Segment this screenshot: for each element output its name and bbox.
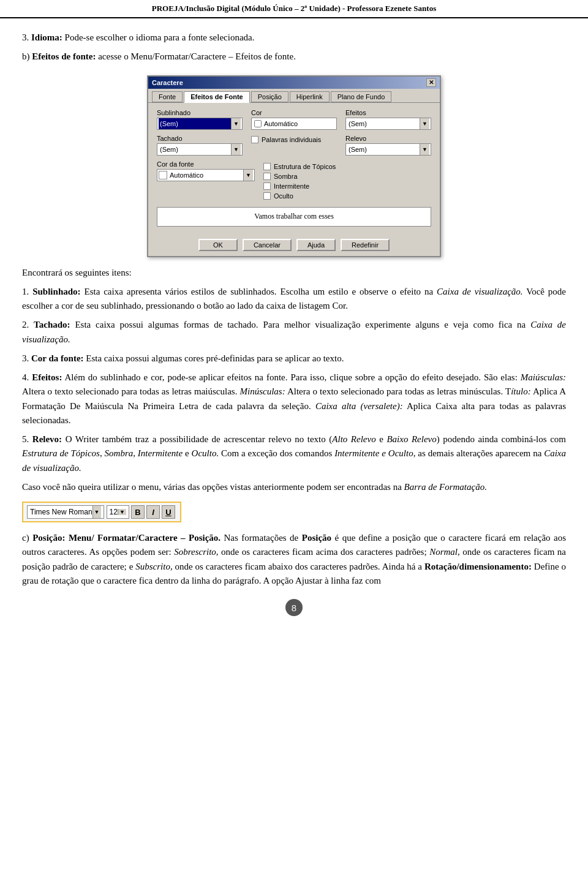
- section-3-idioma: 3. Idioma: Pode-se escolher o idioma par…: [22, 31, 566, 45]
- checkbox-oculto: Oculto: [263, 192, 431, 200]
- checkboxes-col: Estrutura de Tópicos Sombra Intermitente: [263, 160, 431, 202]
- italic-button[interactable]: I: [146, 505, 160, 519]
- palavras-col: Palavras individuais: [251, 135, 337, 156]
- dialog-tabs: Fonte Efeitos de Fonte Posição Hiperlink…: [148, 89, 440, 103]
- encontrara-text: Encontrará os seguintes itens:: [22, 266, 566, 280]
- caixa-visualizacao-2: Caixa de visualização.: [22, 320, 566, 344]
- ajuda-button[interactable]: Ajuda: [296, 239, 336, 251]
- sublinhado-label: Sublinhado: [157, 109, 243, 116]
- cor-fonte-select[interactable]: Automático ▼: [157, 169, 255, 181]
- toolbar-fontname-arrow[interactable]: ▼: [92, 506, 101, 518]
- cor-fonte-arrow[interactable]: ▼: [243, 170, 253, 181]
- posicao-bold: Posição: Menu/ Formatar/Caractere – Posi…: [32, 533, 221, 543]
- checkbox-estrutura: Estrutura de Tópicos: [263, 163, 431, 170]
- tachado-value: (Sem): [159, 146, 231, 153]
- checkbox-estrutura-box[interactable]: [263, 163, 271, 170]
- bold-button[interactable]: B: [131, 505, 145, 519]
- efeitos-maiusculas: Maiúsculas:: [521, 372, 566, 382]
- dialog-close-button[interactable]: ✕: [426, 78, 436, 87]
- cancelar-button[interactable]: Cancelar: [243, 239, 292, 251]
- toolbar-image: Times New Roman ▼ 12 ▼ B I U: [22, 502, 181, 522]
- efeitos-titulo: ítulo:: [511, 386, 531, 396]
- caixa-visualizacao-3: Caixa de visualização.: [22, 448, 566, 472]
- normal: Normal,: [429, 547, 460, 557]
- subscrito: Subscrito,: [135, 562, 172, 571]
- page-number: 8: [285, 599, 303, 616]
- tachado-label: Tachado: [157, 135, 243, 142]
- efeitos-value: (Sem): [347, 120, 420, 127]
- tab-plano-de-fundo[interactable]: Plano de Fundo: [331, 91, 392, 102]
- relevo-select[interactable]: (Sem) ▼: [345, 143, 431, 156]
- checkbox-sombra-box[interactable]: [263, 173, 271, 180]
- efeitos-arrow[interactable]: ▼: [420, 118, 429, 129]
- efeitos-select[interactable]: (Sem) ▼: [345, 118, 431, 130]
- page-footer: 8: [22, 599, 566, 616]
- sublinhado-value: (Sem): [159, 118, 231, 129]
- section-b-label: b): [22, 51, 32, 61]
- cor-checkbox[interactable]: [254, 120, 262, 127]
- dialog-row-2: Tachado (Sem) ▼ Palavras individuais: [157, 135, 431, 156]
- paragraph-barra-formatacao: Caso você não queira utilizar o menu, vá…: [22, 480, 566, 494]
- checkbox-estrutura-label: Estrutura de Tópicos: [274, 163, 336, 170]
- tachado-col: Tachado (Sem) ▼: [157, 135, 243, 156]
- sublinhado-select[interactable]: (Sem) ▼: [157, 118, 243, 130]
- dialog-row-1: Sublinhado (Sem) ▼ Cor Automático: [157, 109, 431, 130]
- section-b-text: acesse o Menu/Formatar/Caractere – Efeit…: [96, 51, 296, 61]
- alto-relevo: Alto Relevo: [332, 434, 375, 444]
- redefinir-button[interactable]: Redefinir: [341, 239, 390, 251]
- toolbar-fontname[interactable]: Times New Roman ▼: [27, 505, 104, 519]
- paragraph-relevo: 5. Relevo: O Writer também traz a possib…: [22, 432, 566, 475]
- ok-button[interactable]: OK: [198, 239, 238, 251]
- dialog-preview-text: Vamos trabalhar com esses: [254, 212, 334, 221]
- cor-fonte-col: Cor da fonte Automático ▼: [157, 160, 255, 202]
- sublinhado-bold: Sublinhado:: [32, 287, 80, 296]
- tab-fonte[interactable]: Fonte: [152, 91, 183, 102]
- checkbox-oculto-label: Oculto: [274, 192, 293, 200]
- page-header: PROEJA/Inclusão Digital (Módulo Único – …: [0, 0, 588, 18]
- palavras-label-text: Palavras individuais: [262, 136, 321, 143]
- section-3-text: Pode-se escolher o idioma para a fonte s…: [62, 32, 255, 42]
- baixo-relevo: Baixo Relevo: [386, 434, 436, 444]
- tab-efeitos-de-fonte[interactable]: Efeitos de Fonte: [184, 91, 250, 103]
- checkbox-intermitente: Intermitente: [263, 183, 431, 190]
- cor-fonte-value: Automático: [170, 171, 243, 179]
- dialog-row-3: Cor da fonte Automático ▼ Estrutura de T…: [157, 160, 431, 202]
- cor-fonte-label: Cor da fonte: [157, 160, 255, 168]
- tab-hiperlink[interactable]: Hiperlink: [290, 91, 330, 102]
- checkbox-oculto-box[interactable]: [263, 192, 271, 200]
- palavras-checkbox-row: Palavras individuais: [251, 136, 337, 143]
- relevo-bold: Relevo:: [32, 434, 62, 444]
- efeitos-col: Efeitos (Sem) ▼: [345, 109, 431, 130]
- paragraph-sublinhado: 1. Sublinhado: Esta caixa apresenta vári…: [22, 285, 566, 314]
- caractere-dialog: Caractere ✕ Fonte Efeitos de Fonte Posiç…: [147, 75, 441, 257]
- paragraph-efeitos: 4. Efeitos: Além do sublinhado e cor, po…: [22, 371, 566, 427]
- tab-posicao[interactable]: Posição: [251, 91, 288, 102]
- toolbar-fontsize[interactable]: 12 ▼: [107, 505, 129, 519]
- efeitos-minusculas: Minúsculas:: [239, 386, 285, 396]
- posicao-bold2: Posição: [302, 533, 331, 543]
- sublinhado-arrow[interactable]: ▼: [231, 118, 241, 129]
- efeitos-bold: Efeitos:: [32, 372, 62, 382]
- checkbox-intermitente-box[interactable]: [263, 183, 271, 190]
- tachado-select[interactable]: (Sem) ▼: [157, 143, 243, 156]
- relevo-col: Relevo (Sem) ▼: [345, 135, 431, 156]
- section-b-efeitos: b) Efeitos de fonte: acesse o Menu/Forma…: [22, 50, 566, 64]
- checkbox-sombra: Sombra: [263, 173, 431, 180]
- toolbar-fontname-text: Times New Roman: [30, 508, 92, 516]
- paragraph-tachado: 2. Tachado: Esta caixa possui algumas fo…: [22, 318, 566, 347]
- paragraph-cor-fonte: 3. Cor da fonte: Esta caixa possui algum…: [22, 352, 566, 366]
- header-bold: Professora Ezenete Santos: [347, 4, 437, 13]
- relevo-value: (Sem): [347, 146, 420, 153]
- dialog-wrapper: Caractere ✕ Fonte Efeitos de Fonte Posiç…: [22, 75, 566, 257]
- toolbar-fontsize-text: 12: [110, 508, 118, 516]
- intermitente-oculto: Intermitente e Oculto,: [334, 448, 415, 458]
- dialog-preview: Vamos trabalhar com esses: [157, 207, 431, 227]
- tachado-arrow[interactable]: ▼: [231, 144, 241, 155]
- cor-select[interactable]: Automático: [251, 118, 337, 130]
- palavras-checkbox[interactable]: [251, 136, 258, 143]
- relevo-arrow[interactable]: ▼: [420, 144, 429, 155]
- toolbar-fontsize-arrow[interactable]: ▼: [118, 509, 126, 515]
- section-3-num: 3.: [22, 32, 31, 42]
- relevo-label: Relevo: [345, 135, 431, 142]
- underline-button[interactable]: U: [162, 505, 175, 519]
